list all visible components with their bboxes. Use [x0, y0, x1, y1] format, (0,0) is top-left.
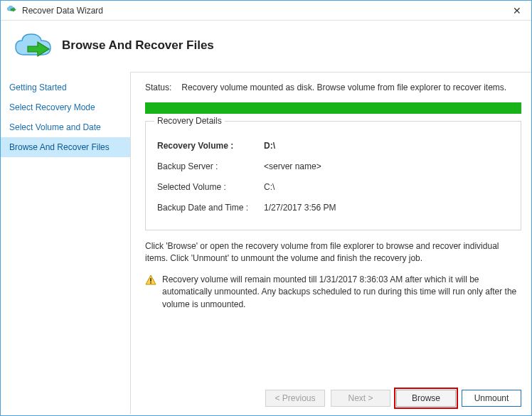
- svg-rect-0: [150, 278, 151, 282]
- status-row: Status: Recovery volume mounted as disk.…: [145, 82, 521, 92]
- previous-button: < Previous: [265, 390, 325, 407]
- page-header: Browse And Recover Files: [1, 21, 531, 72]
- sidebar-item-select-recovery-mode[interactable]: Select Recovery Mode: [1, 97, 130, 117]
- recovery-volume-value: D:\: [264, 141, 275, 151]
- row-selected-volume: Selected Volume : C:\: [154, 178, 512, 199]
- warning-text: Recovery volume will remain mounted till…: [162, 274, 521, 311]
- button-row: < Previous Next > Browse Unmount: [145, 375, 521, 407]
- progress-bar: [145, 102, 521, 114]
- recovery-details-group: Recovery Details Recovery Volume : D:\ B…: [145, 121, 521, 230]
- warning-row: Recovery volume will remain mounted till…: [145, 274, 521, 311]
- main-panel: Status: Recovery volume mounted as disk.…: [130, 72, 531, 414]
- page-title: Browse And Recover Files: [62, 38, 214, 53]
- status-label: Status:: [145, 82, 171, 92]
- window-title: Recover Data Wizard: [22, 6, 509, 16]
- backup-server-label: Backup Server :: [157, 161, 264, 171]
- instructions-text: Click 'Browse' or open the recovery volu…: [145, 240, 521, 265]
- svg-rect-1: [150, 282, 151, 284]
- selected-volume-value: C:\: [264, 182, 275, 192]
- browse-button[interactable]: Browse: [396, 390, 456, 407]
- selected-volume-label: Selected Volume :: [157, 182, 264, 192]
- cloud-recover-icon: [14, 31, 53, 60]
- row-recovery-volume: Recovery Volume : D:\: [154, 137, 512, 158]
- app-icon: [6, 5, 18, 16]
- wizard-steps-sidebar: Getting Started Select Recovery Mode Sel…: [1, 72, 130, 414]
- backup-datetime-label: Backup Date and Time :: [157, 203, 264, 213]
- title-bar: Recover Data Wizard ✕: [1, 1, 531, 21]
- row-backup-datetime: Backup Date and Time : 1/27/2017 3:56 PM: [154, 199, 512, 220]
- next-button: Next >: [331, 390, 390, 407]
- status-value: Recovery volume mounted as disk. Browse …: [181, 82, 506, 92]
- backup-datetime-value: 1/27/2017 3:56 PM: [264, 203, 336, 213]
- recovery-details-legend: Recovery Details: [154, 116, 225, 126]
- row-backup-server: Backup Server : <server name>: [154, 158, 512, 178]
- warning-icon: [145, 274, 156, 286]
- sidebar-item-browse-and-recover-files[interactable]: Browse And Recover Files: [1, 137, 130, 157]
- backup-server-value: <server name>: [264, 161, 321, 171]
- recovery-volume-label: Recovery Volume :: [157, 141, 264, 151]
- close-icon[interactable]: ✕: [509, 2, 526, 19]
- sidebar-item-select-volume-and-date[interactable]: Select Volume and Date: [1, 117, 130, 137]
- unmount-button[interactable]: Unmount: [462, 390, 521, 407]
- sidebar-item-getting-started[interactable]: Getting Started: [1, 78, 130, 97]
